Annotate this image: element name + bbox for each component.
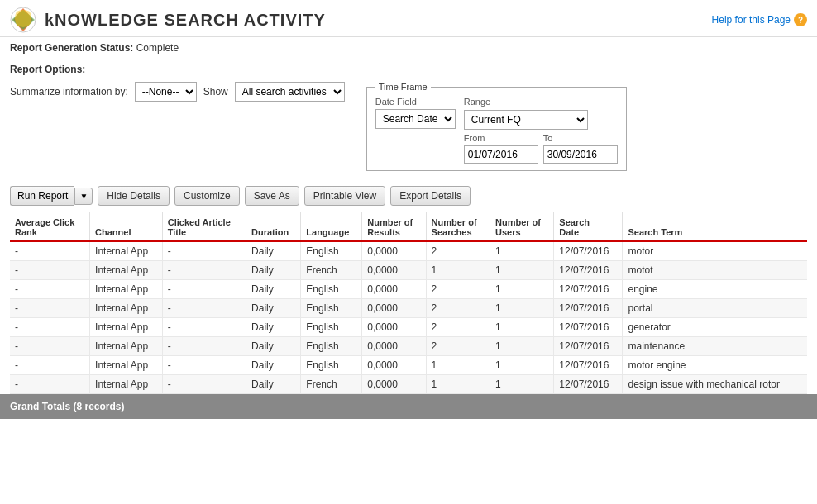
table-cell: maintenance bbox=[623, 337, 807, 356]
col-clicked-article: Clicked ArticleTitle bbox=[162, 212, 246, 241]
table-cell: 2 bbox=[426, 241, 490, 261]
toolbar: Run Report ▼ Hide Details Customize Save… bbox=[0, 179, 817, 212]
show-group: All search activities bbox=[235, 82, 345, 102]
col-search-date: SearchDate bbox=[554, 212, 623, 241]
customize-button[interactable]: Customize bbox=[174, 186, 240, 206]
table-cell: 1 bbox=[490, 241, 553, 261]
status-bar: Report Generation Status: Complete bbox=[0, 37, 817, 59]
table-cell: generator bbox=[623, 318, 807, 337]
table-cell: 1 bbox=[490, 356, 553, 375]
table-cell: 1 bbox=[490, 375, 553, 394]
col-search-term: Search Term bbox=[623, 212, 807, 241]
date-field-group: Date Field Search Date bbox=[375, 97, 456, 129]
table-cell: motor bbox=[623, 241, 807, 261]
options-row: Summarize information by: --None-- Show … bbox=[10, 82, 807, 171]
from-group: From bbox=[464, 133, 538, 164]
table-cell: English bbox=[301, 318, 362, 337]
save-as-button[interactable]: Save As bbox=[245, 186, 299, 206]
table-cell: 0,0000 bbox=[362, 241, 426, 261]
table-container: Average ClickRank Channel Clicked Articl… bbox=[0, 212, 817, 394]
table-cell: Internal App bbox=[90, 318, 163, 337]
range-label: Range bbox=[464, 97, 618, 107]
show-select[interactable]: All search activities bbox=[235, 82, 345, 102]
table-cell: 1 bbox=[490, 280, 553, 299]
table-cell: Daily bbox=[246, 337, 301, 356]
table-cell: Internal App bbox=[90, 280, 163, 299]
to-label: To bbox=[543, 133, 618, 143]
summarize-select[interactable]: --None-- bbox=[135, 82, 197, 102]
run-report-dropdown-button[interactable]: ▼ bbox=[74, 188, 93, 205]
table-cell: - bbox=[162, 356, 246, 375]
header-row: Average ClickRank Channel Clicked Articl… bbox=[10, 212, 807, 241]
table-cell: - bbox=[10, 337, 90, 356]
help-link[interactable]: Help for this Page ? bbox=[712, 13, 807, 26]
table-cell: portal bbox=[623, 299, 807, 318]
table-header: Average ClickRank Channel Clicked Articl… bbox=[10, 212, 807, 241]
table-cell: design issue with mechanical rotor bbox=[623, 375, 807, 394]
results-table: Average ClickRank Channel Clicked Articl… bbox=[10, 212, 807, 394]
col-channel: Channel bbox=[90, 212, 163, 241]
table-cell: 0,0000 bbox=[362, 318, 426, 337]
status-label: Report Generation Status: bbox=[10, 42, 133, 54]
to-group: To bbox=[543, 133, 618, 164]
table-cell: 0,0000 bbox=[362, 280, 426, 299]
table-row: -Internal App-DailyEnglish0,00001112/07/… bbox=[10, 356, 807, 375]
table-cell: motot bbox=[623, 261, 807, 280]
table-cell: 0,0000 bbox=[362, 356, 426, 375]
from-input[interactable] bbox=[464, 145, 538, 164]
to-input[interactable] bbox=[543, 145, 618, 164]
table-cell: 1 bbox=[426, 375, 490, 394]
timeframe-legend: Time Frame bbox=[375, 82, 431, 92]
table-row: -Internal App-DailyEnglish0,00002112/07/… bbox=[10, 241, 807, 261]
from-to-row: From To bbox=[464, 133, 618, 164]
table-cell: Daily bbox=[246, 280, 301, 299]
table-cell: 2 bbox=[426, 280, 490, 299]
table-cell: 12/07/2016 bbox=[554, 299, 623, 318]
run-report-button[interactable]: Run Report bbox=[10, 186, 74, 206]
export-details-button[interactable]: Export Details bbox=[390, 186, 471, 206]
table-row: -Internal App-DailyEnglish0,00002112/07/… bbox=[10, 299, 807, 318]
page-title: kNOWLEDGE SEARCH ACTIVITY bbox=[45, 11, 326, 30]
table-cell: Daily bbox=[246, 299, 301, 318]
table-cell: 1 bbox=[426, 261, 490, 280]
col-avg-click-rank: Average ClickRank bbox=[10, 212, 90, 241]
table-cell: motor engine bbox=[623, 356, 807, 375]
report-options-title: Report Options: bbox=[10, 64, 807, 75]
table-cell: 12/07/2016 bbox=[554, 375, 623, 394]
show-label: Show bbox=[203, 86, 228, 97]
col-num-results: Number ofResults bbox=[362, 212, 426, 241]
table-cell: 2 bbox=[426, 318, 490, 337]
range-select[interactable]: Current FQ bbox=[464, 110, 588, 130]
table-cell: - bbox=[162, 318, 246, 337]
table-body: -Internal App-DailyEnglish0,00002112/07/… bbox=[10, 241, 807, 394]
logo-icon bbox=[10, 7, 36, 33]
run-report-group: Run Report ▼ bbox=[10, 186, 93, 206]
status-value: Complete bbox=[136, 42, 179, 54]
table-cell: - bbox=[10, 375, 90, 394]
table-cell: Daily bbox=[246, 261, 301, 280]
report-options: Report Options: Summarize information by… bbox=[0, 59, 817, 179]
table-cell: 1 bbox=[490, 318, 553, 337]
table-cell: 2 bbox=[426, 337, 490, 356]
hide-details-button[interactable]: Hide Details bbox=[98, 186, 170, 206]
table-row: -Internal App-DailyEnglish0,00002112/07/… bbox=[10, 337, 807, 356]
table-cell: 12/07/2016 bbox=[554, 356, 623, 375]
table-cell: engine bbox=[623, 280, 807, 299]
table-cell: 2 bbox=[426, 299, 490, 318]
table-cell: Internal App bbox=[90, 375, 163, 394]
table-cell: - bbox=[10, 299, 90, 318]
date-field-select[interactable]: Search Date bbox=[375, 109, 456, 129]
table-cell: 1 bbox=[490, 337, 553, 356]
table-cell: French bbox=[301, 375, 362, 394]
table-cell: Daily bbox=[246, 241, 301, 261]
table-cell: Internal App bbox=[90, 241, 163, 261]
table-cell: - bbox=[10, 261, 90, 280]
timeframe-fieldset: Time Frame Date Field Search Date Range … bbox=[366, 82, 627, 171]
table-row: -Internal App-DailyFrench0,00001112/07/2… bbox=[10, 261, 807, 280]
table-cell: - bbox=[162, 375, 246, 394]
printable-view-button[interactable]: Printable View bbox=[304, 186, 386, 206]
table-cell: 12/07/2016 bbox=[554, 241, 623, 261]
summarize-group: --None-- bbox=[135, 82, 197, 102]
table-cell: 0,0000 bbox=[362, 337, 426, 356]
table-row: -Internal App-DailyEnglish0,00002112/07/… bbox=[10, 318, 807, 337]
